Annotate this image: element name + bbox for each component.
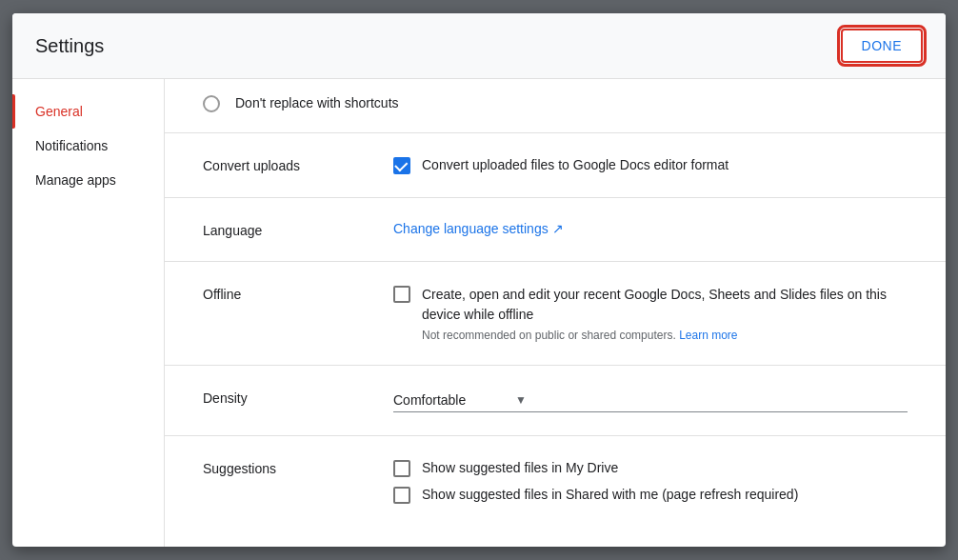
convert-uploads-control: Convert uploaded files to Google Docs ed… [393, 156, 908, 175]
density-dropdown-arrow: ▼ [515, 393, 527, 407]
language-label: Language [203, 221, 393, 238]
density-control: Comfortable ▼ [393, 389, 908, 412]
settings-content: Don't replace with shortcuts Convert upl… [165, 79, 946, 547]
offline-checkbox-row: Create, open and edit your recent Google… [393, 285, 908, 342]
suggestions-row: Suggestions Show suggested files in My D… [165, 436, 946, 527]
suggestions-shared-row: Show suggested files in Shared with me (… [393, 486, 908, 505]
done-button[interactable]: DONE [841, 29, 923, 63]
offline-checkbox[interactable] [393, 286, 410, 303]
language-control: Change language settings ↗ [393, 221, 908, 236]
external-link-icon: ↗ [552, 221, 564, 236]
offline-sub-text: Not recommended on public or shared comp… [422, 329, 908, 342]
convert-uploads-checkbox[interactable] [393, 157, 410, 174]
density-label: Density [203, 389, 393, 406]
density-value: Comfortable [393, 392, 508, 408]
change-language-link[interactable]: Change language settings ↗ [393, 221, 908, 236]
dont-replace-shortcuts-row: Don't replace with shortcuts [165, 79, 946, 133]
sidebar-item-notifications[interactable]: Notifications [12, 129, 164, 163]
suggestions-my-drive-row: Show suggested files in My Drive [393, 459, 908, 478]
radio-dont-replace[interactable] [203, 95, 220, 112]
offline-checkbox-label: Create, open and edit your recent Google… [422, 285, 908, 325]
settings-dialog: Settings DONE General Notifications Mana… [12, 13, 946, 547]
suggestions-shared-checkbox[interactable] [393, 487, 410, 504]
language-row: Language Change language settings ↗ [165, 198, 946, 262]
dont-replace-label: Don't replace with shortcuts [235, 94, 399, 113]
suggestions-my-drive-label: Show suggested files in My Drive [422, 459, 618, 478]
suggestions-label: Suggestions [203, 459, 393, 476]
convert-uploads-checkbox-label: Convert uploaded files to Google Docs ed… [422, 156, 728, 175]
offline-row: Offline Create, open and edit your recen… [165, 262, 946, 366]
density-row: Density Comfortable ▼ [165, 366, 946, 436]
learn-more-link[interactable]: Learn more [679, 329, 737, 342]
sidebar-item-general[interactable]: General [12, 94, 164, 129]
sidebar-item-manage-apps[interactable]: Manage apps [12, 163, 164, 197]
convert-uploads-label: Convert uploads [203, 156, 393, 173]
dialog-title: Settings [35, 35, 104, 57]
density-select[interactable]: Comfortable ▼ [393, 389, 908, 412]
suggestions-my-drive-checkbox[interactable] [393, 460, 410, 477]
sidebar: General Notifications Manage apps [12, 79, 165, 547]
suggestions-control: Show suggested files in My Drive Show su… [393, 459, 908, 504]
convert-uploads-row: Convert uploads Convert uploaded files t… [165, 133, 946, 199]
dialog-body: General Notifications Manage apps Don't … [12, 79, 946, 547]
offline-label: Offline [203, 285, 393, 302]
offline-control: Create, open and edit your recent Google… [393, 285, 908, 342]
dialog-header: Settings DONE [12, 13, 946, 79]
convert-uploads-checkbox-row: Convert uploaded files to Google Docs ed… [393, 156, 908, 175]
suggestions-shared-label: Show suggested files in Shared with me (… [422, 486, 798, 505]
